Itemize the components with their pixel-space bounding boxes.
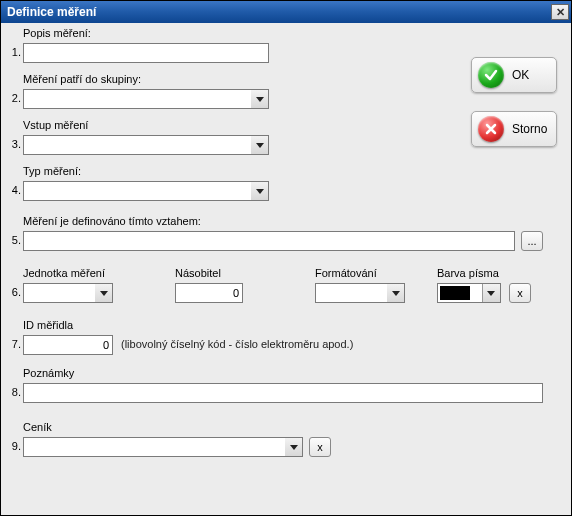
skupina-select[interactable]	[23, 89, 269, 109]
dialog-window: Definice měření ✕ OK Storno Popis měření…	[0, 0, 572, 516]
label-idmeridla: ID měřidla	[23, 319, 73, 331]
check-icon	[478, 62, 504, 88]
label-typ: Typ měření:	[23, 165, 81, 177]
row-number-4: 4.	[5, 184, 21, 196]
vztah-input[interactable]	[23, 231, 515, 251]
formatovani-select[interactable]	[315, 283, 405, 303]
dialog-body: OK Storno Popis měření: 1. Měření patří …	[1, 23, 571, 515]
cancel-button[interactable]: Storno	[471, 111, 557, 147]
idmeridla-input[interactable]	[23, 335, 113, 355]
row-number-6: 6.	[5, 286, 21, 298]
ok-button[interactable]: OK	[471, 57, 557, 93]
popis-input[interactable]	[23, 43, 269, 63]
row-number-1: 1.	[5, 46, 21, 58]
titlebar: Definice měření ✕	[1, 1, 571, 23]
nasobitel-input[interactable]	[175, 283, 243, 303]
idmeridla-hint: (libovolný číselný kód - číslo elektromě…	[121, 338, 353, 350]
label-skupina: Měření patří do skupiny:	[23, 73, 141, 85]
label-jednotka: Jednotka měření	[23, 267, 105, 279]
barva-clear-button[interactable]: x	[509, 283, 531, 303]
cenik-clear-button[interactable]: x	[309, 437, 331, 457]
ok-label: OK	[512, 68, 529, 82]
barva-select[interactable]	[437, 283, 501, 303]
label-poznamky: Poznámky	[23, 367, 74, 379]
x-icon-2: x	[317, 441, 323, 453]
window-title: Definice měření	[7, 5, 96, 19]
row-number-7: 7.	[5, 338, 21, 350]
cancel-label: Storno	[512, 122, 547, 136]
row-number-2: 2.	[5, 92, 21, 104]
jednotka-select[interactable]	[23, 283, 113, 303]
cancel-icon	[478, 116, 504, 142]
vstup-select[interactable]	[23, 135, 269, 155]
row-number-9: 9.	[5, 440, 21, 452]
label-popis: Popis měření:	[23, 27, 91, 39]
ellipsis-icon: ...	[527, 235, 536, 247]
row-number-8: 8.	[5, 386, 21, 398]
close-button[interactable]: ✕	[551, 4, 569, 20]
vztah-ellipsis-button[interactable]: ...	[521, 231, 543, 251]
x-icon: x	[517, 287, 523, 299]
typ-select[interactable]	[23, 181, 269, 201]
label-vztah: Měření je definováno tímto vztahem:	[23, 215, 201, 227]
label-nasobitel: Násobitel	[175, 267, 221, 279]
color-swatch	[440, 286, 470, 300]
chevron-down-icon	[487, 291, 495, 296]
label-formatovani: Formátování	[315, 267, 377, 279]
label-vstup: Vstup měření	[23, 119, 88, 131]
poznamky-input[interactable]	[23, 383, 543, 403]
row-number-3: 3.	[5, 138, 21, 150]
label-cenik: Ceník	[23, 421, 52, 433]
label-barva: Barva písma	[437, 267, 499, 279]
row-number-5: 5.	[5, 234, 21, 246]
cenik-select[interactable]	[23, 437, 303, 457]
close-icon: ✕	[556, 6, 565, 19]
